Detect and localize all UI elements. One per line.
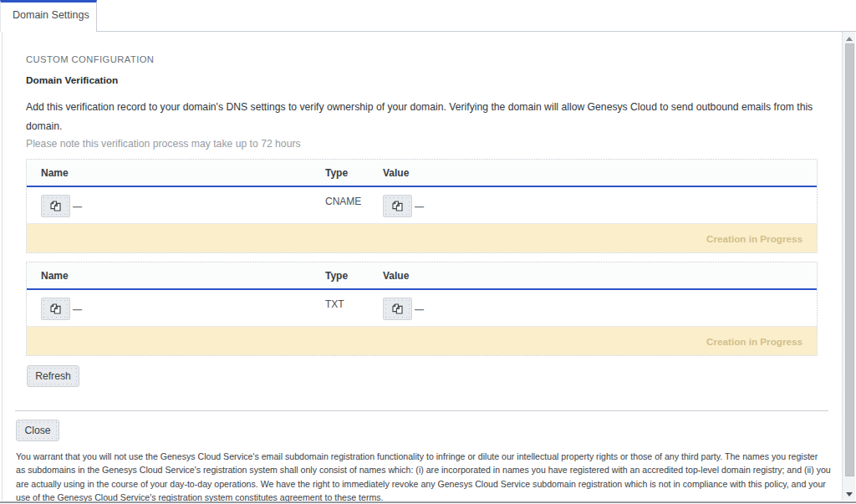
- tab-domain-settings-label: Domain Settings: [13, 9, 89, 21]
- tab-domain-settings[interactable]: Domain Settings: [0, 0, 97, 32]
- copy-icon: [50, 303, 61, 314]
- legal-line1: You warrant that you will not use the Ge…: [16, 450, 831, 463]
- copy-icon: [392, 303, 403, 314]
- scrollbar-up-arrow-icon[interactable]: [846, 37, 853, 41]
- dns-record-table-cname: Name Type Value — CNAME: [26, 159, 818, 253]
- copy-name-button[interactable]: [41, 298, 70, 320]
- section-note: Please note this verification process ma…: [26, 138, 301, 150]
- copy-value-button[interactable]: [383, 298, 412, 320]
- tab-bar: Domain Settings: [0, 0, 856, 32]
- table-row: — CNAME —: [27, 187, 817, 224]
- type-cell: CNAME: [311, 196, 369, 207]
- close-button[interactable]: Close: [16, 420, 59, 441]
- section-description-line1: Add this verification record to your dom…: [26, 98, 813, 117]
- section-title: Domain Verification: [26, 74, 118, 86]
- value-cell: —: [369, 296, 817, 320]
- divider: [15, 410, 828, 411]
- status-text: Creation in Progress: [706, 336, 802, 347]
- column-header-type: Type: [311, 167, 369, 179]
- status-row: Creation in Progress: [27, 327, 817, 355]
- name-cell: —: [27, 193, 311, 217]
- column-header-value: Value: [369, 270, 817, 282]
- domain-settings-dialog: Domain Settings CUSTOM CONFIGURATION Dom…: [0, 0, 856, 504]
- name-cell: —: [27, 296, 311, 320]
- name-value: —: [73, 201, 82, 211]
- copy-icon: [50, 201, 61, 211]
- column-header-value: Value: [369, 167, 817, 179]
- section-description-line2: domain.: [26, 117, 813, 136]
- column-header-name: Name: [27, 270, 311, 282]
- vertical-scrollbar[interactable]: [842, 32, 855, 500]
- section-eyebrow: CUSTOM CONFIGURATION: [26, 54, 154, 64]
- copy-icon: [392, 201, 403, 211]
- column-header-name: Name: [27, 167, 311, 179]
- scrollbar-down-arrow-icon[interactable]: [846, 492, 853, 496]
- legal-text: You warrant that you will not use the Ge…: [16, 450, 831, 504]
- table-header-row: Name Type Value: [27, 160, 817, 187]
- status-text: Creation in Progress: [706, 233, 802, 244]
- copy-value-button[interactable]: [383, 195, 412, 217]
- legal-line3: are actually using in the course of your…: [16, 477, 831, 491]
- table-header-row: Name Type Value: [27, 262, 817, 290]
- table-row: — TXT —: [27, 290, 817, 327]
- type-cell: TXT: [311, 298, 369, 310]
- value-value: —: [415, 201, 424, 211]
- column-header-type: Type: [311, 270, 369, 282]
- legal-line2: as subdomains in the Genesys Cloud Servi…: [16, 463, 831, 476]
- section-description: Add this verification record to your dom…: [26, 98, 813, 135]
- dns-record-table-txt: Name Type Value — TXT: [26, 262, 818, 356]
- value-cell: —: [369, 193, 817, 217]
- copy-name-button[interactable]: [41, 195, 70, 217]
- refresh-button[interactable]: Refresh: [27, 365, 79, 387]
- name-value: —: [73, 304, 82, 314]
- value-value: —: [415, 304, 424, 314]
- panel-bottom-edge: [0, 501, 856, 503]
- scrollbar-thumb[interactable]: [845, 43, 854, 476]
- status-row: Creation in Progress: [27, 224, 817, 252]
